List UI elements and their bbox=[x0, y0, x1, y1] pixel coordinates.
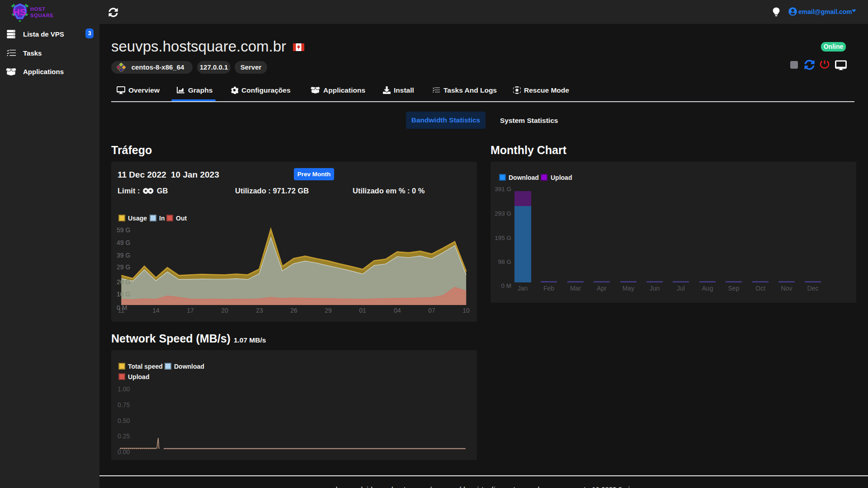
svg-text:20 G: 20 G bbox=[117, 278, 130, 286]
svg-text:195 G: 195 G bbox=[495, 235, 511, 241]
svg-text:0.75: 0.75 bbox=[118, 401, 130, 408]
svg-text:May: May bbox=[623, 285, 634, 292]
svg-text:59 G: 59 G bbox=[117, 226, 130, 234]
svg-text:Jul: Jul bbox=[677, 285, 685, 292]
svg-text:39 G: 39 G bbox=[117, 252, 130, 259]
svg-text:Aug: Aug bbox=[702, 285, 713, 292]
svg-text:0.00: 0.00 bbox=[118, 448, 130, 455]
svg-text:23: 23 bbox=[256, 307, 263, 314]
svg-text:Sep: Sep bbox=[728, 285, 740, 292]
svg-text:98 G: 98 G bbox=[498, 258, 511, 265]
svg-text:Feb: Feb bbox=[543, 285, 554, 292]
svg-text:07: 07 bbox=[428, 307, 435, 314]
svg-text:29: 29 bbox=[325, 307, 332, 314]
svg-text:Nov: Nov bbox=[781, 285, 793, 292]
svg-text:0 M: 0 M bbox=[501, 282, 511, 289]
svg-text:Dec: Dec bbox=[807, 285, 819, 292]
svg-text:01: 01 bbox=[359, 307, 366, 314]
svg-text:Jun: Jun bbox=[650, 285, 660, 292]
svg-text:14: 14 bbox=[152, 307, 160, 314]
svg-text:391 G: 391 G bbox=[495, 186, 511, 192]
svg-text:Mar: Mar bbox=[570, 285, 581, 292]
svg-text:293 G: 293 G bbox=[495, 210, 511, 217]
svg-text:20: 20 bbox=[221, 307, 228, 314]
svg-text:10 G: 10 G bbox=[117, 291, 130, 298]
svg-text:Oct: Oct bbox=[755, 285, 765, 292]
svg-text:1.00: 1.00 bbox=[118, 385, 130, 393]
svg-text:0.50: 0.50 bbox=[118, 417, 130, 424]
svg-text:0.25: 0.25 bbox=[118, 432, 130, 440]
svg-text:26: 26 bbox=[290, 307, 297, 314]
svg-text:04: 04 bbox=[394, 307, 401, 314]
svg-text:49 G: 49 G bbox=[117, 239, 130, 246]
svg-text:17: 17 bbox=[187, 307, 194, 314]
svg-text:Apr: Apr bbox=[597, 285, 607, 292]
svg-text:HS: HS bbox=[13, 7, 26, 17]
svg-text:11: 11 bbox=[118, 307, 125, 314]
svg-text:29 G: 29 G bbox=[117, 263, 130, 271]
svg-text:Jan: Jan bbox=[518, 285, 528, 292]
svg-text:10: 10 bbox=[462, 307, 470, 314]
